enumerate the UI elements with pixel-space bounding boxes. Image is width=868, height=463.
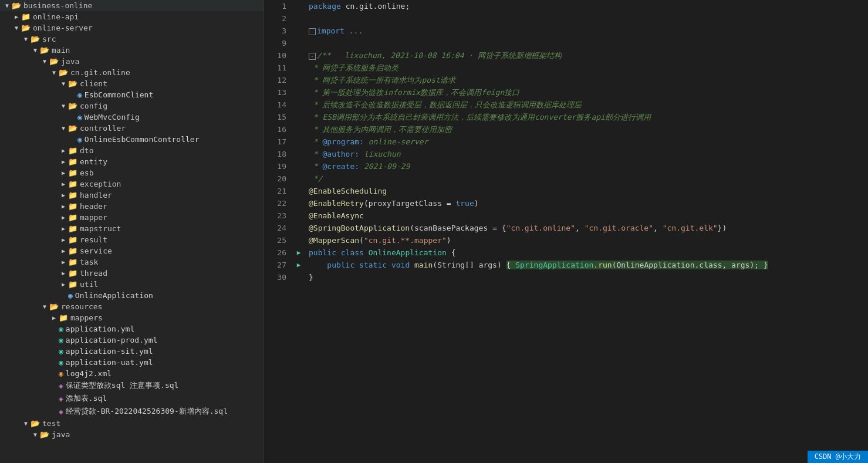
code-line-17: 17 * @program: online-server: [264, 136, 868, 148]
folder-open-icon: 📂: [68, 124, 77, 133]
tree-item-mapper[interactable]: 📁mapper: [0, 212, 264, 223]
tree-item-header[interactable]: 📁header: [0, 201, 264, 212]
tree-item-service[interactable]: 📁service: [0, 245, 264, 256]
xml-file-icon: ◉: [59, 369, 63, 378]
tree-item-java-test[interactable]: 📂java: [0, 429, 264, 440]
tree-item-business-online[interactable]: 📂business-online: [0, 0, 264, 11]
arrow-open: [59, 80, 68, 87]
code-content-19: * @create: 2021-09-29: [304, 160, 868, 173]
tree-item-application-prod-yml[interactable]: ◉application-prod.yml: [0, 334, 264, 346]
tree-item-mapstruct[interactable]: 📁mapstruct: [0, 223, 264, 234]
tree-item-client[interactable]: 📂client: [0, 78, 264, 89]
tree-item-sql1[interactable]: ◈保证类型放款sql 注意事项.sql: [0, 379, 264, 392]
line-number-21: 21: [264, 185, 293, 197]
tree-item-cn-git-online[interactable]: 📂cn.git.online: [0, 67, 264, 78]
folder-icon: 📁: [68, 246, 77, 255]
folder-icon: 📁: [68, 168, 77, 177]
fold-icon-10[interactable]: -: [309, 53, 316, 60]
fold-col-3[interactable]: [293, 25, 304, 37]
code-line-15: 15 * ESB调用部分为本系统自己封装调用方法，后续需要修改为通用conver…: [264, 111, 868, 123]
tree-item-OnlineApplication[interactable]: ◉OnlineApplication: [0, 290, 264, 301]
tree-item-sql3[interactable]: ◈经营贷款-BR-2022042526309-新增内容.sql: [0, 405, 264, 418]
arrow-closed: [59, 281, 68, 288]
fold-col-26[interactable]: ▶: [293, 246, 304, 259]
fold-col-12: [293, 74, 304, 86]
tree-item-online-api[interactable]: 📁online-api: [0, 11, 264, 22]
tree-item-esb[interactable]: 📁esb: [0, 167, 264, 178]
tree-item-controller[interactable]: 📂controller: [0, 123, 264, 134]
arrow-open: [2, 2, 12, 9]
fold-col-1: [293, 0, 304, 12]
sql-file-icon: ◈: [59, 394, 63, 403]
code-content-1: package cn.git.online;: [304, 0, 868, 12]
tree-label-result: result: [80, 235, 107, 244]
tree-label-exception: exception: [80, 180, 121, 188]
code-line-22: 22@EnableRetry(proxyTargetClass = true): [264, 197, 868, 209]
fold-col-10[interactable]: [293, 49, 304, 62]
fold-col-17: [293, 136, 304, 148]
run-arrow-27[interactable]: ▶: [297, 261, 301, 269]
code-content-18: * @author: lixuchun: [304, 148, 868, 160]
tree-item-entity[interactable]: 📁entity: [0, 156, 264, 167]
tree-item-application-sit-yml[interactable]: ◉application-sit.yml: [0, 346, 264, 357]
tree-item-WebMvcConfig[interactable]: ◉WebMvcConfig: [0, 111, 264, 123]
run-arrow-26[interactable]: ▶: [297, 249, 301, 256]
fold-col-9: [293, 37, 304, 49]
arrow-closed: [59, 225, 68, 232]
tree-item-handler[interactable]: 📁handler: [0, 190, 264, 201]
tree-label-src: src: [42, 35, 56, 43]
tree-item-result[interactable]: 📁result: [0, 234, 264, 245]
tree-item-resources[interactable]: 📂resources: [0, 301, 264, 312]
tree-item-src[interactable]: 📂src: [0, 33, 264, 45]
tree-item-main[interactable]: 📂main: [0, 45, 264, 56]
file-tree[interactable]: 📂business-online📁online-api📂online-serve…: [0, 0, 264, 463]
code-editor[interactable]: 1package cn.git.online;23-import ...910-…: [264, 0, 868, 463]
code-content-9: [304, 37, 868, 49]
line-number-30: 30: [264, 271, 293, 283]
code-line-20: 20 */: [264, 173, 868, 185]
code-content-26: public class OnlineApplication {: [304, 246, 868, 259]
tree-item-OnlineEsbCommonController[interactable]: ◉OnlineEsbCommonController: [0, 134, 264, 145]
line-number-16: 16: [264, 123, 293, 136]
tree-item-dto[interactable]: 📁dto: [0, 145, 264, 156]
tree-item-java[interactable]: 📂java: [0, 56, 264, 67]
code-content-14: * 后续改造不会改造数据接受层，数据返回层，只会改造逻辑调用数据库处理层: [304, 99, 868, 111]
arrow-open: [21, 420, 31, 427]
tree-item-mappers[interactable]: 📁mappers: [0, 312, 264, 323]
code-line-1: 1package cn.git.online;: [264, 0, 868, 12]
tree-label-EsbCommonClient: EsbCommonClient: [85, 90, 153, 99]
code-line-21: 21@EnableScheduling: [264, 185, 868, 197]
code-content-21: @EnableScheduling: [304, 185, 868, 197]
tree-item-online-server[interactable]: 📂online-server: [0, 22, 264, 33]
tree-item-EsbCommonClient[interactable]: ◉EsbCommonClient: [0, 89, 264, 100]
folder-icon: 📁: [68, 157, 77, 166]
folder-icon: 📁: [68, 280, 77, 289]
tree-item-task[interactable]: 📁task: [0, 256, 264, 268]
tree-item-config[interactable]: 📂config: [0, 100, 264, 111]
tree-item-application-uat-yml[interactable]: ◉application-uat.yml: [0, 357, 264, 368]
tree-item-application-yml[interactable]: ◉application.yml: [0, 323, 264, 334]
line-number-23: 23: [264, 209, 293, 222]
tree-label-entity: entity: [80, 157, 107, 166]
fold-col-27[interactable]: ▶: [293, 259, 304, 271]
tree-label-online-api: online-api: [33, 12, 79, 21]
arrow-open: [59, 125, 68, 131]
fold-icon-3[interactable]: -: [309, 28, 316, 35]
yml-file-icon: ◉: [59, 347, 63, 356]
tree-item-util[interactable]: 📁util: [0, 279, 264, 290]
tree-item-log4j2-xml[interactable]: ◉log4j2.xml: [0, 368, 264, 379]
arrow-closed: [59, 181, 68, 187]
code-content-22: @EnableRetry(proxyTargetClass = true): [304, 197, 868, 209]
line-number-19: 19: [264, 160, 293, 173]
tree-item-exception[interactable]: 📁exception: [0, 178, 264, 190]
code-content-24: @SpringBootApplication(scanBasePackages …: [304, 222, 868, 234]
line-number-1: 1: [264, 0, 293, 12]
folder-icon: 📁: [68, 191, 77, 200]
code-line-26: 26▶public class OnlineApplication {: [264, 246, 868, 259]
code-content-30: }: [304, 271, 868, 283]
tree-item-thread[interactable]: 📁thread: [0, 268, 264, 279]
fold-col-23: [293, 209, 304, 222]
tree-item-sql2[interactable]: ◈添加表.sql: [0, 392, 264, 405]
tree-label-java-test: java: [52, 430, 70, 439]
tree-item-test[interactable]: 📂test: [0, 418, 264, 429]
